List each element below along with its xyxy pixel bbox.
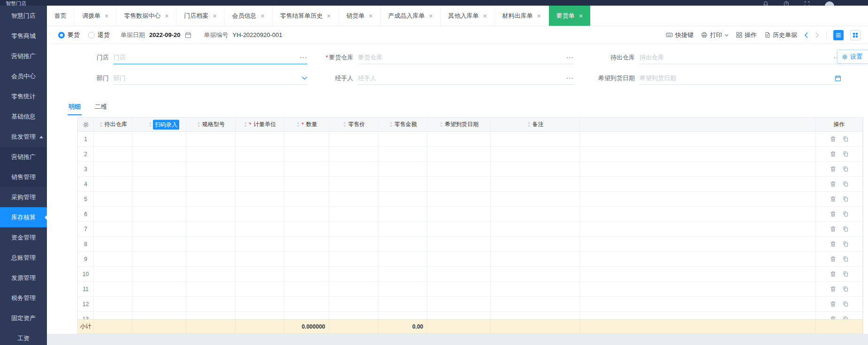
delete-row-button[interactable]: [828, 240, 838, 249]
help-icon[interactable]: [784, 0, 790, 6]
cell-remark[interactable]: [491, 297, 580, 311]
tab-close-icon[interactable]: ×: [369, 13, 373, 19]
cell-remark[interactable]: [491, 132, 580, 146]
sidebar-item-3[interactable]: 营销推广: [0, 46, 47, 66]
cell-spec[interactable]: [186, 237, 236, 251]
sidebar-item-6[interactable]: 基础信息: [0, 106, 47, 127]
tab-close-icon[interactable]: ×: [483, 13, 487, 19]
cell-unit[interactable]: [236, 177, 284, 191]
tab-2[interactable]: 调拨单×: [75, 6, 116, 26]
cell-price[interactable]: [329, 297, 379, 311]
toolbar-action-2[interactable]: 打印: [701, 31, 729, 39]
cell-product[interactable]: [132, 282, 186, 296]
sort-icon[interactable]: [148, 121, 152, 128]
radio-request[interactable]: 要货: [58, 31, 80, 39]
cell-spec[interactable]: [186, 147, 236, 161]
cell-product[interactable]: [132, 162, 186, 176]
sort-icon[interactable]: [244, 121, 248, 128]
cell-remark[interactable]: [491, 222, 580, 236]
tab-close-icon[interactable]: ×: [429, 13, 433, 19]
sort-icon[interactable]: [527, 121, 531, 128]
cell-product[interactable]: [132, 297, 186, 311]
cell-expect-date[interactable]: [427, 312, 491, 319]
cell-out-warehouse[interactable]: [94, 267, 132, 281]
cell-qty[interactable]: [284, 207, 329, 221]
sidebar-item-1[interactable]: 智慧门店: [0, 6, 47, 26]
toolbar-action-4[interactable]: 历史单据: [764, 31, 797, 39]
cell-spec[interactable]: [186, 252, 236, 266]
fullscreen-icon[interactable]: [804, 0, 811, 6]
delete-row-button[interactable]: [828, 195, 838, 204]
sidebar-item-17[interactable]: 工资: [0, 328, 47, 345]
delete-row-button[interactable]: [828, 315, 838, 320]
calendar-icon[interactable]: [185, 32, 191, 38]
cell-product[interactable]: [132, 237, 186, 251]
tab-close-icon[interactable]: ×: [327, 13, 331, 19]
cell-product[interactable]: [132, 207, 186, 221]
copy-row-button[interactable]: [841, 300, 850, 309]
cell-unit[interactable]: [236, 282, 284, 296]
cell-amount[interactable]: [379, 297, 427, 311]
department-input[interactable]: [114, 75, 302, 82]
cell-expect-date[interactable]: [427, 192, 491, 206]
cell-out-warehouse[interactable]: [94, 177, 132, 191]
cell-out-warehouse[interactable]: [94, 312, 132, 319]
sidebar-item-8[interactable]: 营销推广: [0, 147, 47, 167]
cell-unit[interactable]: [236, 132, 284, 146]
tab-4[interactable]: 门店档案×: [176, 6, 224, 26]
sidebar-item-7[interactable]: 批发管理: [0, 127, 47, 147]
sidebar-item-2[interactable]: 零售商城: [0, 26, 47, 46]
cell-spec[interactable]: [186, 192, 236, 206]
cell-remark[interactable]: [491, 162, 580, 176]
cell-product[interactable]: [132, 177, 186, 191]
doc-date-value[interactable]: 2022-09-20: [149, 31, 181, 38]
cell-price[interactable]: [329, 312, 379, 319]
delete-row-button[interactable]: [828, 135, 838, 144]
copy-row-button[interactable]: [841, 135, 850, 144]
cell-remark[interactable]: [491, 192, 580, 206]
cell-out-warehouse[interactable]: [94, 237, 132, 251]
cell-expect-date[interactable]: [427, 237, 491, 251]
cell-unit[interactable]: [236, 297, 284, 311]
cell-amount[interactable]: [379, 252, 427, 266]
cell-expect-date[interactable]: [427, 207, 491, 221]
cell-amount[interactable]: [379, 132, 427, 146]
avatar[interactable]: [825, 1, 834, 6]
copy-row-button[interactable]: [841, 315, 850, 320]
cell-out-warehouse[interactable]: [94, 222, 132, 236]
cell-spec[interactable]: [186, 297, 236, 311]
radio-return[interactable]: 退货: [88, 31, 110, 39]
tab-7[interactable]: 销货单×: [339, 6, 381, 26]
cell-qty[interactable]: [284, 237, 329, 251]
sort-icon[interactable]: [343, 121, 347, 128]
tab-9[interactable]: 其他入库单×: [441, 6, 495, 26]
copy-row-button[interactable]: [841, 270, 850, 279]
delete-row-button[interactable]: [828, 255, 838, 264]
delete-row-button[interactable]: [828, 165, 838, 174]
toolbar-action-3[interactable]: 操作: [736, 31, 757, 39]
cell-amount[interactable]: [379, 147, 427, 161]
ellipsis-lookup-icon[interactable]: ···: [298, 54, 307, 61]
request-warehouse-input[interactable]: [358, 54, 564, 61]
tab-close-icon[interactable]: ×: [213, 13, 216, 19]
detail-tab-2[interactable]: 二维: [94, 100, 108, 115]
column-header-qty[interactable]: *数量: [284, 118, 329, 131]
store-input[interactable]: [114, 54, 298, 61]
cell-out-warehouse[interactable]: [94, 297, 132, 311]
sidebar-item-9[interactable]: 销售管理: [0, 167, 47, 187]
cell-spec[interactable]: [186, 282, 236, 296]
column-header-unit[interactable]: *计量单位: [236, 118, 284, 131]
cell-unit[interactable]: [236, 252, 284, 266]
cell-expect-date[interactable]: [427, 252, 491, 266]
gear-icon[interactable]: [83, 121, 89, 128]
scan-entry-badge[interactable]: 扫码录入: [153, 120, 179, 129]
cell-price[interactable]: [329, 237, 379, 251]
sort-icon[interactable]: [99, 121, 103, 128]
cell-price[interactable]: [329, 222, 379, 236]
cell-product[interactable]: [132, 252, 186, 266]
copy-row-button[interactable]: [841, 255, 850, 264]
tab-6[interactable]: 零售结算单历史×: [273, 6, 339, 26]
cell-remark[interactable]: [491, 177, 580, 191]
cell-out-warehouse[interactable]: [94, 147, 132, 161]
cell-remark[interactable]: [491, 282, 580, 296]
